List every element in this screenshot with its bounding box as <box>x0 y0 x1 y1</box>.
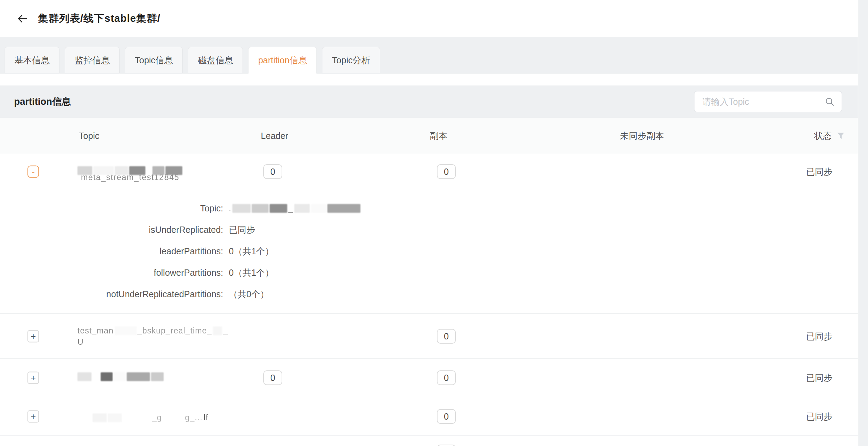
filter-funnel-icon[interactable] <box>836 131 845 141</box>
replica-cell: 0 <box>437 164 456 179</box>
column-header-topic: Topic <box>79 131 99 141</box>
replica-count-badge: 0 <box>437 370 456 385</box>
expand-toggle-button[interactable]: + <box>27 372 39 384</box>
search-icon <box>824 96 835 108</box>
tab-磁盘信息[interactable]: 磁盘信息 <box>188 47 243 73</box>
redaction-block <box>213 326 222 335</box>
leader-count-badge: 0 <box>263 164 282 179</box>
detail-item: notUnderReplicatedPartitions:（共0个） <box>0 283 858 305</box>
detail-value: 0（共1个） <box>229 246 274 257</box>
replica-cell: 0 <box>437 409 456 424</box>
detail-label: notUnderReplicatedPartitions: <box>0 289 223 299</box>
expand-toggle-button[interactable]: - <box>27 165 39 178</box>
detail-label: Topic: <box>0 203 223 214</box>
expand-toggle-button[interactable]: + <box>27 330 39 342</box>
redaction-block <box>232 204 251 213</box>
tab-bar: 基本信息监控信息Topic信息磁盘信息partition信息Topic分析 <box>0 37 858 74</box>
redaction-block <box>151 372 164 381</box>
topic-cell <box>77 372 164 383</box>
back-arrow-icon[interactable] <box>15 12 30 26</box>
expanded-partition-detail: Topic:. _ isUnderReplicated:已同步leaderPar… <box>0 189 858 314</box>
column-header-status: 状态 <box>814 130 845 142</box>
faint-topic-fragment: g_... <box>185 413 203 422</box>
breadcrumb: 集群列表/线下stable集群/ <box>38 12 161 26</box>
table-row: + test_man_bskup_real_time__U 0 已同步 <box>0 314 858 359</box>
page: 集群列表/线下stable集群/ 基本信息监控信息Topic信息磁盘信息part… <box>0 0 858 446</box>
status-cell: 已同步 <box>806 330 832 342</box>
table-row: + _gg_...lf 0 已同步 <box>0 397 858 436</box>
right-gutter <box>858 0 868 446</box>
replica-count-badge: 0 <box>437 409 456 424</box>
topic-search <box>694 91 842 112</box>
faint-topic-fragment: test_man <box>77 325 114 336</box>
leader-count-badge: 0 <box>263 370 282 385</box>
redacted-topic-text: . _ <box>229 204 360 213</box>
leader-cell: 0 <box>263 370 282 385</box>
redaction-block <box>270 204 287 213</box>
redacted-topic-text <box>77 372 164 381</box>
topic-search-input[interactable] <box>694 91 842 112</box>
detail-label: isUnderReplicated: <box>0 225 223 235</box>
replica-cell: 0 <box>437 370 456 385</box>
replica-cell: 0 <box>437 329 456 344</box>
status-cell: 已同步 <box>806 166 832 177</box>
redacted-topic-text: _gg_...lf <box>77 413 208 422</box>
topic-cell: test_man_bskup_real_time__U <box>77 325 228 348</box>
column-header-unsynced-replica: 未同步副本 <box>620 130 664 142</box>
replica-count-badge: 0 <box>437 329 456 344</box>
tab-partition信息[interactable]: partition信息 <box>248 47 317 74</box>
redaction-block <box>129 166 145 175</box>
redaction-block <box>115 166 128 175</box>
redaction-block <box>93 166 114 175</box>
detail-item: leaderPartitions:0（共1个） <box>0 241 858 262</box>
table-header: Topic Leader 副本 未同步副本 状态 <box>0 118 858 154</box>
replica-count-badge: 0 <box>437 164 456 179</box>
redaction-block <box>108 413 122 422</box>
column-header-replica: 副本 <box>430 130 447 142</box>
faint-topic-fragment: _ <box>223 325 228 336</box>
section-header: partition信息 <box>0 85 858 118</box>
tab-监控信息[interactable]: 监控信息 <box>65 47 120 73</box>
redaction-block <box>77 166 92 175</box>
faint-topic-fragment: _g <box>152 413 162 422</box>
faint-topic-fragment: _bskup_real_time_ <box>138 325 212 336</box>
detail-item: isUnderReplicated:已同步 <box>0 219 858 241</box>
expand-toggle-button[interactable]: + <box>27 410 39 422</box>
redaction-block <box>77 372 92 381</box>
redacted-topic-text: test_man_bskup_real_time__ <box>77 325 228 336</box>
redaction-block <box>114 372 126 381</box>
faint-topic-fragment: U <box>77 337 84 348</box>
table-row-partial: 0 <box>0 436 858 446</box>
tab-Topic信息[interactable]: Topic信息 <box>125 47 183 73</box>
tab-Topic分析[interactable]: Topic分析 <box>322 47 380 73</box>
leader-cell: 0 <box>263 164 282 179</box>
redaction-block <box>93 413 107 422</box>
detail-value: 0（共1个） <box>229 267 274 279</box>
status-cell: 已同步 <box>806 372 832 384</box>
column-header-status-label: 状态 <box>814 130 832 142</box>
detail-item: Topic:. _ <box>0 198 858 219</box>
detail-label: followerPartitions: <box>0 268 223 278</box>
status-cell: 已同步 <box>806 410 832 422</box>
faint-topic-fragment: . <box>229 204 231 213</box>
topic-cell: _gg_...lf <box>77 410 208 423</box>
redaction-block <box>127 372 150 381</box>
detail-value: 已同步 <box>229 224 255 236</box>
detail-value: . _ <box>229 204 360 213</box>
faint-topic-fragment: _ <box>288 204 293 213</box>
topic-cell: meta_stream_test12845 <box>77 166 182 177</box>
redaction-block <box>165 166 182 175</box>
redaction-block <box>294 204 310 213</box>
detail-label: leaderPartitions: <box>0 246 223 256</box>
redaction-block <box>101 372 113 381</box>
replica-count-badge: 0 <box>437 445 456 446</box>
redaction-block <box>152 166 164 175</box>
detail-item: followerPartitions:0（共1个） <box>0 262 858 283</box>
spacer <box>0 74 858 85</box>
page-header: 集群列表/线下stable集群/ <box>0 0 858 37</box>
detail-value: （共0个） <box>229 288 269 300</box>
column-header-leader: Leader <box>261 131 288 141</box>
tab-基本信息[interactable]: 基本信息 <box>5 47 59 73</box>
redaction-block <box>252 204 269 213</box>
redacted-topic-text <box>77 166 182 175</box>
